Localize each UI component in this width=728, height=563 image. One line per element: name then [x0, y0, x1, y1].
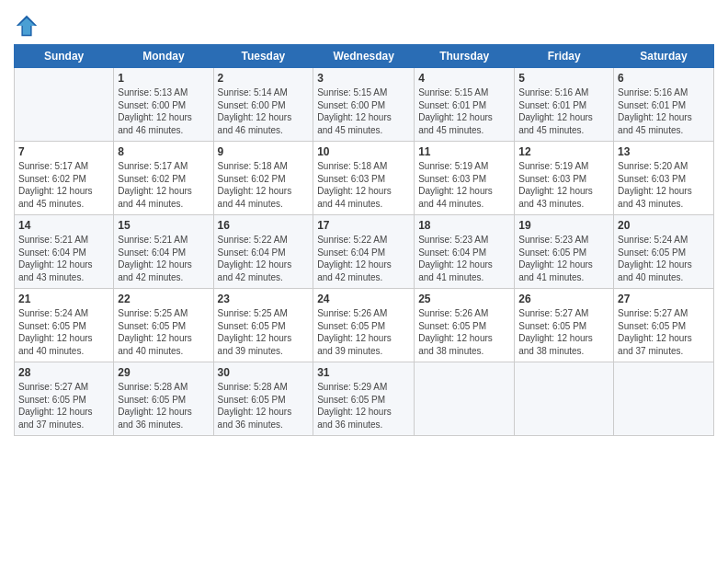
logo-icon [14, 13, 40, 39]
day-number: 27 [618, 292, 710, 306]
day-info: Sunrise: 5:29 AM Sunset: 6:05 PM Dayligh… [317, 381, 410, 431]
weekday-header-sunday: Sunday [15, 45, 114, 68]
day-info: Sunrise: 5:25 AM Sunset: 6:05 PM Dayligh… [218, 307, 310, 357]
calendar-table: SundayMondayTuesdayWednesdayThursdayFrid… [14, 44, 714, 436]
day-number: 10 [317, 144, 410, 159]
calendar-cell: 25Sunrise: 5:26 AM Sunset: 6:05 PM Dayli… [415, 289, 515, 362]
day-info: Sunrise: 5:19 AM Sunset: 6:03 PM Dayligh… [518, 160, 609, 210]
day-info: Sunrise: 5:20 AM Sunset: 6:03 PM Dayligh… [618, 160, 710, 210]
day-info: Sunrise: 5:21 AM Sunset: 6:04 PM Dayligh… [118, 234, 209, 283]
page-container: SundayMondayTuesdayWednesdayThursdayFrid… [0, 0, 728, 445]
calendar-cell: 26Sunrise: 5:27 AM Sunset: 6:05 PM Dayli… [515, 289, 614, 362]
day-number: 30 [218, 365, 310, 380]
calendar-cell: 28Sunrise: 5:27 AM Sunset: 6:05 PM Dayli… [15, 362, 114, 436]
calendar-cell [614, 362, 714, 436]
calendar-cell: 17Sunrise: 5:22 AM Sunset: 6:04 PM Dayli… [313, 215, 415, 289]
day-info: Sunrise: 5:19 AM Sunset: 6:03 PM Dayligh… [418, 160, 510, 210]
day-info: Sunrise: 5:21 AM Sunset: 6:04 PM Dayligh… [18, 234, 109, 283]
day-info: Sunrise: 5:24 AM Sunset: 6:05 PM Dayligh… [618, 234, 710, 283]
calendar-body: 1Sunrise: 5:13 AM Sunset: 6:00 PM Daylig… [15, 68, 714, 436]
day-number: 24 [317, 292, 410, 306]
calendar-cell: 14Sunrise: 5:21 AM Sunset: 6:04 PM Dayli… [15, 215, 114, 289]
day-info: Sunrise: 5:18 AM Sunset: 6:03 PM Dayligh… [317, 160, 410, 210]
day-number: 13 [618, 144, 710, 159]
day-number: 20 [618, 218, 710, 233]
day-number: 12 [518, 144, 609, 159]
calendar-cell: 22Sunrise: 5:25 AM Sunset: 6:05 PM Dayli… [114, 289, 213, 362]
logo [14, 13, 41, 39]
calendar-cell: 5Sunrise: 5:16 AM Sunset: 6:01 PM Daylig… [515, 68, 614, 142]
calendar-cell: 12Sunrise: 5:19 AM Sunset: 6:03 PM Dayli… [515, 142, 614, 215]
day-number: 21 [18, 292, 109, 306]
calendar-cell: 21Sunrise: 5:24 AM Sunset: 6:05 PM Dayli… [15, 289, 114, 362]
day-number: 4 [418, 71, 510, 86]
calendar-cell: 27Sunrise: 5:27 AM Sunset: 6:05 PM Dayli… [614, 289, 714, 362]
calendar-cell: 30Sunrise: 5:28 AM Sunset: 6:05 PM Dayli… [213, 362, 313, 436]
calendar-cell: 19Sunrise: 5:23 AM Sunset: 6:05 PM Dayli… [515, 215, 614, 289]
day-info: Sunrise: 5:17 AM Sunset: 6:02 PM Dayligh… [18, 160, 109, 210]
day-number: 6 [618, 71, 710, 86]
day-info: Sunrise: 5:23 AM Sunset: 6:04 PM Dayligh… [418, 234, 510, 283]
calendar-week-3: 14Sunrise: 5:21 AM Sunset: 6:04 PM Dayli… [15, 215, 714, 289]
weekday-header-tuesday: Tuesday [213, 45, 313, 68]
calendar-cell: 31Sunrise: 5:29 AM Sunset: 6:05 PM Dayli… [313, 362, 415, 436]
calendar-cell: 20Sunrise: 5:24 AM Sunset: 6:05 PM Dayli… [614, 215, 714, 289]
day-info: Sunrise: 5:27 AM Sunset: 6:05 PM Dayligh… [618, 307, 710, 357]
day-number: 26 [518, 292, 609, 306]
day-info: Sunrise: 5:15 AM Sunset: 6:01 PM Dayligh… [418, 86, 510, 136]
calendar-cell: 10Sunrise: 5:18 AM Sunset: 6:03 PM Dayli… [313, 142, 415, 215]
day-number: 7 [18, 144, 109, 159]
day-number: 2 [218, 71, 310, 86]
svg-marker-1 [18, 18, 35, 35]
calendar-cell: 11Sunrise: 5:19 AM Sunset: 6:03 PM Dayli… [415, 142, 515, 215]
day-number: 28 [18, 365, 109, 380]
day-info: Sunrise: 5:22 AM Sunset: 6:04 PM Dayligh… [218, 234, 310, 283]
day-number: 31 [317, 365, 410, 380]
day-number: 8 [118, 144, 209, 159]
day-info: Sunrise: 5:23 AM Sunset: 6:05 PM Dayligh… [518, 234, 609, 283]
calendar-cell: 29Sunrise: 5:28 AM Sunset: 6:05 PM Dayli… [114, 362, 213, 436]
day-number: 3 [317, 71, 410, 86]
calendar-cell: 1Sunrise: 5:13 AM Sunset: 6:00 PM Daylig… [114, 68, 213, 142]
header [14, 9, 714, 39]
day-info: Sunrise: 5:24 AM Sunset: 6:05 PM Dayligh… [18, 307, 109, 357]
calendar-cell: 9Sunrise: 5:18 AM Sunset: 6:02 PM Daylig… [213, 142, 313, 215]
day-number: 9 [218, 144, 310, 159]
calendar-week-1: 1Sunrise: 5:13 AM Sunset: 6:00 PM Daylig… [15, 68, 714, 142]
calendar-cell: 23Sunrise: 5:25 AM Sunset: 6:05 PM Dayli… [213, 289, 313, 362]
calendar-week-5: 28Sunrise: 5:27 AM Sunset: 6:05 PM Dayli… [15, 362, 714, 436]
day-info: Sunrise: 5:28 AM Sunset: 6:05 PM Dayligh… [218, 381, 310, 431]
day-number: 22 [118, 292, 209, 306]
weekday-header-saturday: Saturday [614, 45, 714, 68]
calendar-cell: 18Sunrise: 5:23 AM Sunset: 6:04 PM Dayli… [415, 215, 515, 289]
calendar-cell: 8Sunrise: 5:17 AM Sunset: 6:02 PM Daylig… [114, 142, 213, 215]
calendar-cell: 16Sunrise: 5:22 AM Sunset: 6:04 PM Dayli… [213, 215, 313, 289]
calendar-cell [415, 362, 515, 436]
day-number: 23 [218, 292, 310, 306]
calendar-cell: 13Sunrise: 5:20 AM Sunset: 6:03 PM Dayli… [614, 142, 714, 215]
day-info: Sunrise: 5:27 AM Sunset: 6:05 PM Dayligh… [18, 381, 109, 431]
calendar-header-row: SundayMondayTuesdayWednesdayThursdayFrid… [15, 45, 714, 68]
calendar-cell: 24Sunrise: 5:26 AM Sunset: 6:05 PM Dayli… [313, 289, 415, 362]
day-number: 29 [118, 365, 209, 380]
day-info: Sunrise: 5:26 AM Sunset: 6:05 PM Dayligh… [317, 307, 410, 357]
day-number: 14 [18, 218, 109, 233]
calendar-cell: 15Sunrise: 5:21 AM Sunset: 6:04 PM Dayli… [114, 215, 213, 289]
day-info: Sunrise: 5:16 AM Sunset: 6:01 PM Dayligh… [618, 86, 710, 136]
day-number: 16 [218, 218, 310, 233]
day-info: Sunrise: 5:13 AM Sunset: 6:00 PM Dayligh… [118, 86, 209, 136]
day-info: Sunrise: 5:26 AM Sunset: 6:05 PM Dayligh… [418, 307, 510, 357]
day-number: 19 [518, 218, 609, 233]
day-number: 11 [418, 144, 510, 159]
calendar-week-2: 7Sunrise: 5:17 AM Sunset: 6:02 PM Daylig… [15, 142, 714, 215]
day-info: Sunrise: 5:15 AM Sunset: 6:00 PM Dayligh… [317, 86, 410, 136]
day-info: Sunrise: 5:17 AM Sunset: 6:02 PM Dayligh… [118, 160, 209, 210]
calendar-cell: 4Sunrise: 5:15 AM Sunset: 6:01 PM Daylig… [415, 68, 515, 142]
day-info: Sunrise: 5:14 AM Sunset: 6:00 PM Dayligh… [218, 86, 310, 136]
day-number: 18 [418, 218, 510, 233]
day-number: 25 [418, 292, 510, 306]
calendar-cell: 2Sunrise: 5:14 AM Sunset: 6:00 PM Daylig… [213, 68, 313, 142]
day-number: 15 [118, 218, 209, 233]
weekday-header-wednesday: Wednesday [313, 45, 415, 68]
day-info: Sunrise: 5:25 AM Sunset: 6:05 PM Dayligh… [118, 307, 209, 357]
